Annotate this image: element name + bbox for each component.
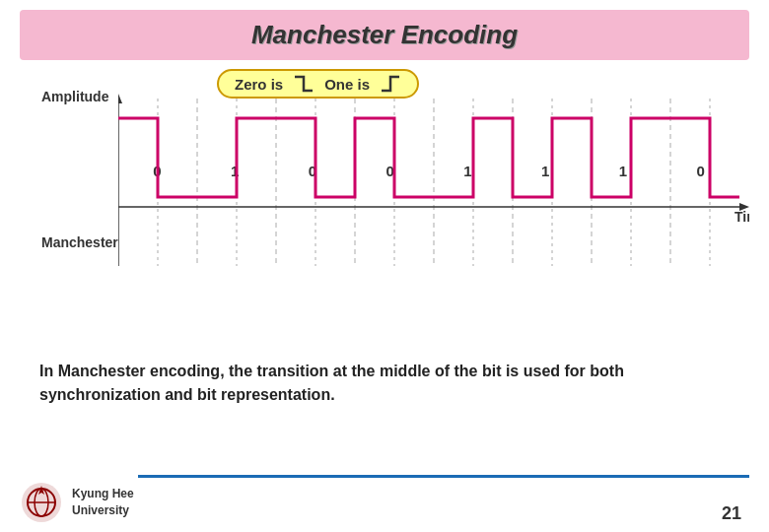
page-number: 21 — [722, 503, 741, 524]
title-bar: Manchester Encoding — [20, 10, 749, 60]
svg-marker-18 — [118, 94, 122, 103]
waveform-svg: Time — [118, 79, 749, 305]
footer: Kyung Hee University 21 — [0, 473, 769, 532]
amplitude-label: Amplitude — [41, 89, 108, 104]
description-text: In Manchester encoding, the transition a… — [39, 360, 730, 407]
svg-text:Time: Time — [734, 209, 749, 225]
waveform-container: Amplitude Manchester 0 1 0 0 1 1 1 0 — [20, 59, 749, 315]
manchester-label: Manchester — [41, 234, 118, 250]
page-title: Manchester Encoding — [39, 20, 730, 50]
university-logo — [20, 481, 64, 525]
university-name: Kyung Hee University — [72, 486, 134, 519]
